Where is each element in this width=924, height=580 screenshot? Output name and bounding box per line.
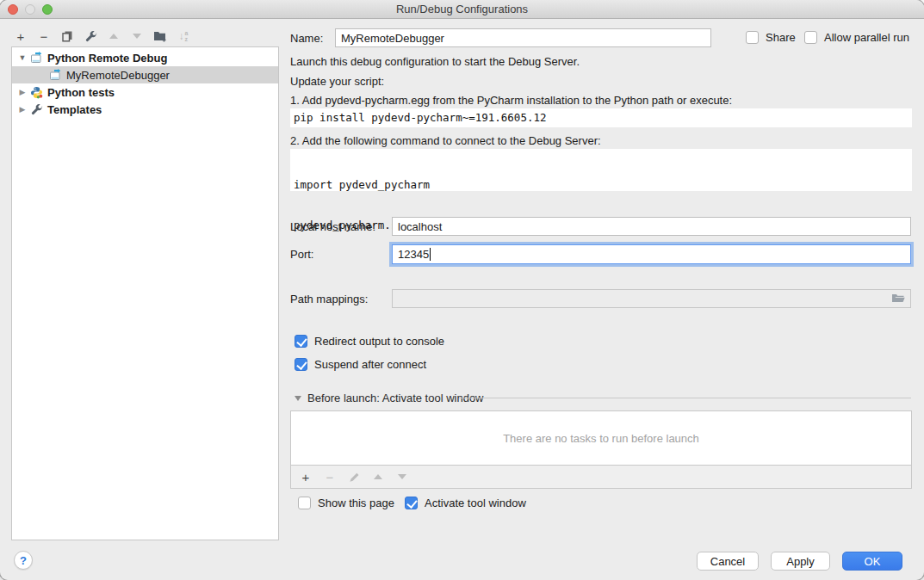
- empty-tasks-message: There are no tasks to run before launch: [503, 432, 699, 445]
- add-configuration-button[interactable]: +: [14, 29, 28, 43]
- tree-item-templates[interactable]: ▶ Templates: [12, 101, 278, 118]
- port-value: 12345: [398, 248, 429, 261]
- instruction-step-2: 2. Add the following command to connect …: [290, 134, 601, 147]
- window-title: Run/Debug Configurations: [0, 0, 924, 18]
- configurations-toolbar: + − ↓az: [14, 28, 190, 45]
- path-mappings-label: Path mappings:: [290, 293, 368, 305]
- configurations-tree: ▼ Python Remote Debug MyRemoteDebugger: [11, 46, 279, 540]
- remote-debug-icon: [30, 52, 43, 65]
- show-this-page-label: Show this page: [318, 497, 394, 509]
- new-folder-icon[interactable]: [153, 29, 167, 43]
- tree-item-label: Python Remote Debug: [47, 52, 167, 65]
- move-task-down-icon: [395, 470, 409, 484]
- path-mappings-input: [392, 289, 911, 308]
- browse-folder-icon[interactable]: [890, 292, 906, 305]
- window-controls: [8, 4, 53, 15]
- move-down-icon: [130, 29, 144, 43]
- share-checkbox[interactable]: [746, 31, 759, 44]
- redirect-output-label: Redirect output to console: [314, 335, 444, 348]
- share-checkbox-row[interactable]: Share: [746, 31, 796, 44]
- close-window-button[interactable]: [8, 4, 18, 15]
- allow-parallel-run-checkbox-row[interactable]: Allow parallel run: [804, 31, 909, 44]
- local-host-name-label: Local host name:: [290, 220, 375, 233]
- share-label: Share: [766, 31, 796, 44]
- edit-task-pencil-icon: [347, 470, 361, 484]
- tree-item-label: MyRemoteDebugger: [66, 69, 170, 82]
- before-launch-toolbar: + −: [290, 465, 912, 489]
- expander-closed-icon[interactable]: ▶: [17, 88, 28, 96]
- move-task-up-icon: [371, 470, 385, 484]
- before-launch-header[interactable]: Before launch: Activate tool window: [295, 392, 484, 404]
- tree-item-python-remote-debug[interactable]: ▼ Python Remote Debug: [12, 49, 278, 66]
- sort-configurations-icon: ↓az: [177, 29, 190, 43]
- minimize-window-button: [25, 4, 35, 15]
- copy-configuration-icon[interactable]: [60, 29, 74, 43]
- zoom-window-button[interactable]: [42, 4, 53, 15]
- suspend-after-connect-row[interactable]: Suspend after connect: [295, 358, 426, 371]
- edit-defaults-wrench-icon[interactable]: [84, 29, 97, 43]
- remote-debug-icon: [49, 69, 62, 82]
- instruction-line-2: Update your script:: [290, 75, 384, 88]
- collapse-triangle-icon[interactable]: [295, 396, 301, 401]
- local-host-name-input[interactable]: [392, 217, 911, 236]
- redirect-output-row[interactable]: Redirect output to console: [295, 335, 444, 348]
- apply-button[interactable]: Apply: [771, 552, 830, 571]
- expander-closed-icon[interactable]: ▶: [17, 105, 28, 114]
- tree-item-label: Templates: [47, 103, 102, 116]
- redirect-output-checkbox[interactable]: [295, 335, 307, 348]
- help-button[interactable]: ?: [14, 551, 33, 570]
- ok-button[interactable]: OK: [842, 552, 902, 571]
- wrench-icon: [30, 103, 43, 116]
- tree-item-python-tests[interactable]: ▶ Python tests: [12, 83, 278, 101]
- instruction-line-1: Launch this debug configuration to start…: [290, 55, 580, 68]
- show-this-page-row[interactable]: Show this page: [298, 497, 394, 509]
- tree-item-myremotedebugger[interactable]: MyRemoteDebugger: [12, 66, 278, 83]
- remove-task-button: −: [323, 470, 337, 484]
- activate-tool-window-label: Activate tool window: [425, 497, 526, 509]
- code-line-import: import pydevd_pycharm: [294, 177, 908, 192]
- text-caret: [430, 248, 431, 261]
- instruction-step-1: 1. Add pydevd-pycharm.egg from the PyCha…: [290, 94, 732, 107]
- pip-install-code[interactable]: pip install pydevd-pycharm~=191.6605.12: [290, 108, 912, 127]
- before-launch-title: Before launch: Activate tool window: [307, 392, 484, 404]
- cancel-button[interactable]: Cancel: [697, 552, 759, 571]
- before-launch-divider: [459, 398, 911, 398]
- titlebar: Run/Debug Configurations: [0, 0, 924, 19]
- python-icon: [30, 86, 43, 99]
- activate-tool-window-row[interactable]: Activate tool window: [405, 497, 526, 509]
- move-up-icon: [107, 29, 121, 43]
- before-launch-task-list[interactable]: There are no tasks to run before launch: [290, 410, 912, 466]
- expander-open-icon[interactable]: ▼: [17, 53, 28, 62]
- add-task-button[interactable]: +: [299, 470, 313, 484]
- port-label: Port:: [290, 248, 313, 261]
- activate-tool-window-checkbox[interactable]: [405, 497, 418, 509]
- allow-parallel-run-label: Allow parallel run: [824, 31, 909, 44]
- tree-item-label: Python tests: [47, 86, 115, 99]
- settrace-code-block[interactable]: import pydevd_pycharm pydevd_pycharm.set…: [290, 149, 912, 191]
- suspend-after-connect-label: Suspend after connect: [314, 358, 426, 371]
- name-label: Name:: [290, 32, 323, 45]
- port-input[interactable]: 12345: [392, 244, 911, 264]
- run-debug-configurations-dialog: Run/Debug Configurations + − ↓az: [0, 0, 924, 580]
- allow-parallel-run-checkbox[interactable]: [804, 31, 817, 44]
- show-this-page-checkbox[interactable]: [298, 497, 311, 509]
- name-input[interactable]: [335, 28, 711, 47]
- remove-configuration-button[interactable]: −: [37, 29, 51, 43]
- suspend-after-connect-checkbox[interactable]: [295, 358, 307, 371]
